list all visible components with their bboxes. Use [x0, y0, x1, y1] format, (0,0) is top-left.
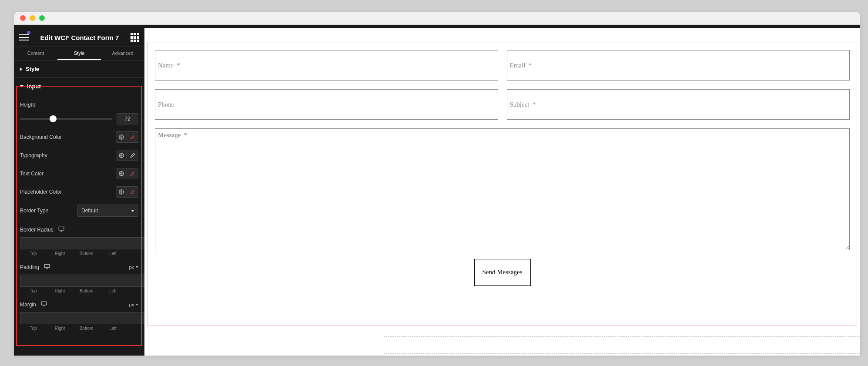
slider-thumb-icon[interactable] — [50, 115, 57, 122]
section-style: Style — [14, 60, 144, 78]
window-maximize-icon[interactable] — [39, 15, 45, 21]
tab-style[interactable]: Style — [57, 47, 101, 60]
globe-icon — [118, 189, 124, 195]
control-height: Height — [20, 102, 138, 108]
form-widget-outline[interactable]: Send Messages — [147, 43, 857, 326]
tab-content[interactable]: Content — [14, 47, 57, 60]
height-value-input[interactable] — [117, 113, 138, 124]
height-slider[interactable] — [20, 118, 112, 120]
color-picker-button[interactable] — [127, 168, 138, 179]
section-input: Input Height Background Color — [14, 78, 144, 337]
editor-sidebar: Edit WCF Contact Form 7 Content Style Ad… — [14, 28, 144, 356]
margin-label: Margin — [20, 301, 47, 308]
control-border-radius: Border Radius — [20, 226, 138, 233]
section-input-label: Input — [27, 83, 41, 90]
margin-labels: TopRightBottomLeft — [20, 326, 138, 331]
border-radius-label: Border Radius — [20, 226, 64, 233]
drop-zone[interactable] — [384, 336, 860, 354]
padding-labels: TopRightBottomLeft — [20, 289, 138, 293]
border-radius-inputs — [20, 237, 138, 249]
section-input-body: Height Background Color — [14, 102, 144, 337]
globe-button[interactable] — [116, 168, 127, 179]
text-color-label: Text Color — [20, 171, 44, 177]
control-margin: Margin px — [20, 301, 138, 308]
name-field[interactable] — [155, 50, 498, 81]
control-background-color: Background Color — [20, 131, 138, 143]
pencil-icon — [130, 152, 136, 158]
edit-typography-button[interactable] — [127, 150, 138, 161]
control-padding: Padding px — [20, 264, 138, 270]
panel-title: Edit WCF Contact Form 7 — [40, 34, 119, 41]
section-input-toggle[interactable]: Input — [14, 78, 144, 95]
color-picker-button[interactable] — [127, 131, 138, 143]
chevron-down-icon — [131, 210, 134, 212]
eyedropper-icon — [130, 134, 136, 140]
svg-rect-4 — [59, 227, 64, 230]
globe-button[interactable] — [116, 131, 127, 143]
section-style-label: Style — [26, 66, 39, 72]
editor-window: Edit WCF Contact Form 7 Content Style Ad… — [14, 12, 860, 356]
desktop-icon[interactable] — [44, 264, 50, 269]
globe-icon — [118, 152, 124, 158]
panel-tabs: Content Style Advanced — [14, 47, 144, 60]
padding-label: Padding — [20, 264, 50, 270]
phone-field[interactable] — [155, 89, 498, 120]
margin-top-input[interactable] — [20, 312, 86, 324]
globe-button[interactable] — [116, 186, 127, 198]
eyedropper-icon — [130, 189, 136, 195]
margin-right-input[interactable] — [86, 312, 152, 324]
padding-right-input[interactable] — [86, 275, 152, 287]
sidebar-header: Edit WCF Contact Form 7 — [14, 28, 144, 47]
margin-unit-select[interactable]: px — [129, 302, 138, 307]
top-bar — [14, 25, 860, 28]
menu-button[interactable] — [19, 33, 29, 42]
globe-icon — [118, 171, 124, 177]
window-close-icon[interactable] — [20, 15, 26, 21]
eyedropper-icon — [130, 171, 136, 177]
control-placeholder-color: Placeholder Color — [20, 186, 138, 198]
app-body: Edit WCF Contact Form 7 Content Style Ad… — [14, 28, 860, 356]
window-minimize-icon[interactable] — [30, 15, 35, 21]
border-type-select[interactable]: Default — [77, 205, 138, 217]
border-radius-right-input[interactable] — [86, 237, 152, 249]
typography-label: Typography — [20, 152, 47, 158]
notification-dot-icon — [27, 31, 30, 34]
tab-advanced[interactable]: Advanced — [101, 47, 144, 60]
globe-icon — [118, 134, 124, 140]
bg-color-label: Background Color — [20, 134, 62, 140]
padding-top-input[interactable] — [20, 275, 86, 287]
svg-rect-5 — [45, 264, 50, 268]
height-slider-row — [20, 113, 138, 124]
padding-unit-select[interactable]: px — [129, 265, 138, 270]
subject-field[interactable] — [507, 89, 850, 120]
submit-button[interactable]: Send Messages — [474, 259, 531, 286]
control-border-type: Border Type Default — [20, 205, 138, 217]
border-radius-labels: TopRightBottomLeft — [20, 251, 138, 256]
desktop-icon[interactable] — [58, 226, 64, 232]
message-field[interactable] — [155, 128, 850, 250]
height-label: Height — [20, 102, 35, 108]
email-field[interactable] — [507, 50, 850, 81]
desktop-icon[interactable] — [41, 301, 47, 306]
control-text-color: Text Color — [20, 168, 138, 179]
placeholder-color-label: Placeholder Color — [20, 189, 61, 195]
margin-inputs — [20, 312, 138, 324]
widgets-button[interactable] — [131, 33, 139, 42]
preview-canvas: Send Messages — [144, 28, 860, 356]
chevron-down-icon — [20, 85, 23, 87]
section-style-toggle[interactable]: Style — [14, 60, 144, 77]
border-type-label: Border Type — [20, 208, 48, 214]
border-radius-top-input[interactable] — [20, 237, 86, 249]
control-typography: Typography — [20, 150, 138, 161]
padding-inputs — [20, 275, 138, 287]
window-titlebar — [14, 12, 860, 25]
chevron-right-icon — [20, 67, 22, 71]
contact-form: Send Messages — [148, 43, 857, 293]
border-type-value: Default — [81, 208, 98, 214]
svg-rect-6 — [41, 302, 47, 305]
color-picker-button[interactable] — [127, 186, 138, 198]
globe-button[interactable] — [116, 150, 127, 161]
